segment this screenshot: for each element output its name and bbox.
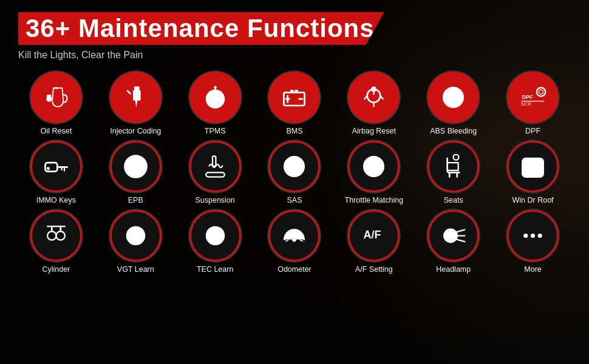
icon-circle-abs-bleeding xyxy=(427,72,479,123)
function-label-epb: EPB xyxy=(128,196,143,205)
function-item-af-setting[interactable]: A/F A/F Setting xyxy=(336,210,412,274)
svg-point-73 xyxy=(531,234,535,238)
function-item-abs-bleeding[interactable]: ABS Bleeding xyxy=(415,72,491,136)
svg-text:SCR: SCR xyxy=(521,101,531,107)
function-label-throttle-matching: Throttle Matching xyxy=(345,196,404,205)
function-label-headlamp: Headlamp xyxy=(436,265,471,274)
function-item-injector-coding[interactable]: Injector Coding xyxy=(98,72,174,136)
svg-rect-3 xyxy=(133,90,141,101)
icon-circle-tec-learn: TEC xyxy=(189,210,241,261)
function-item-oil-reset[interactable]: Oil Reset xyxy=(18,72,94,136)
function-item-tpms[interactable]: TPMS xyxy=(177,72,253,136)
title-badge: 36+ Maintenance Functions xyxy=(18,12,384,45)
function-item-cylinder[interactable]: Cylinder xyxy=(18,210,94,274)
icon-circle-immo-keys xyxy=(30,141,82,192)
function-item-tec-learn[interactable]: TEC TEC Learn xyxy=(177,210,253,274)
function-item-immo-keys[interactable]: IMMO Keys xyxy=(18,141,94,205)
svg-rect-2 xyxy=(134,87,140,90)
function-item-throttle-matching[interactable]: Throttle Matching xyxy=(336,141,412,205)
function-label-airbag-reset: Airbag Reset xyxy=(352,127,396,136)
svg-text:P: P xyxy=(131,160,139,174)
function-label-injector-coding: Injector Coding xyxy=(110,127,161,136)
function-item-headlamp[interactable]: Headlamp xyxy=(415,210,491,274)
icon-circle-win-dr-roof xyxy=(507,141,559,192)
icon-circle-af-setting: A/F xyxy=(348,210,400,261)
icon-circle-oil-reset xyxy=(30,72,82,123)
function-item-more[interactable]: More xyxy=(495,210,571,274)
function-label-seats: Seats xyxy=(444,196,463,205)
icon-circle-cylinder xyxy=(30,210,82,261)
function-label-af-setting: A/F Setting xyxy=(355,265,393,274)
icon-circle-injector-coding xyxy=(110,72,162,123)
svg-point-15 xyxy=(371,87,376,92)
function-item-win-dr-roof[interactable]: Win Dr Roof xyxy=(495,141,571,205)
icon-circle-airbag-reset xyxy=(348,72,400,123)
function-label-dpf: DPF xyxy=(525,127,540,136)
functions-grid: Oil Reset Injector Coding TPMS BMS Airba… xyxy=(18,72,571,274)
svg-line-69 xyxy=(457,230,465,232)
function-label-sas: SAS xyxy=(287,196,302,205)
svg-line-64 xyxy=(286,240,288,241)
svg-point-53 xyxy=(56,231,64,240)
svg-rect-10 xyxy=(295,90,298,93)
function-item-odometer[interactable]: Odometer xyxy=(257,210,333,274)
icon-circle-sas xyxy=(268,141,320,192)
svg-point-52 xyxy=(47,231,56,240)
function-label-more: More xyxy=(524,265,541,274)
function-item-epb[interactable]: P EPB xyxy=(98,141,174,205)
function-label-odometer: Odometer xyxy=(277,265,312,274)
svg-point-72 xyxy=(523,234,528,238)
function-item-dpf[interactable]: DPF SCR DPF xyxy=(495,72,571,136)
svg-point-29 xyxy=(539,90,543,94)
function-item-airbag-reset[interactable]: Airbag Reset xyxy=(336,72,412,136)
svg-line-4 xyxy=(128,91,131,94)
subtitle: Kill the Lights, Clear the Pain xyxy=(18,50,571,61)
icon-circle-epb: P xyxy=(110,141,162,192)
icon-circle-seats xyxy=(427,141,479,192)
function-item-bms[interactable]: BMS xyxy=(257,72,333,136)
function-item-vgt-learn[interactable]: VGT Learn xyxy=(98,210,174,274)
function-label-cylinder: Cylinder xyxy=(42,265,70,274)
svg-rect-9 xyxy=(291,90,294,93)
function-label-oil-reset: Oil Reset xyxy=(41,127,72,136)
icon-circle-more xyxy=(507,210,559,261)
function-label-bms: BMS xyxy=(286,127,302,136)
icon-circle-headlamp xyxy=(427,210,479,261)
svg-rect-37 xyxy=(213,157,216,166)
function-label-immo-keys: IMMO Keys xyxy=(36,196,76,205)
svg-text:A/F: A/F xyxy=(364,229,381,241)
function-label-tec-learn: TEC Learn xyxy=(197,265,233,274)
function-label-tpms: TPMS xyxy=(205,127,226,136)
icon-circle-bms xyxy=(268,72,320,123)
svg-rect-1 xyxy=(47,95,51,99)
icon-circle-throttle-matching xyxy=(348,141,400,192)
svg-rect-31 xyxy=(47,167,50,170)
svg-line-65 xyxy=(301,240,303,241)
svg-point-58 xyxy=(132,232,139,239)
svg-point-48 xyxy=(454,155,459,160)
icon-circle-odometer xyxy=(268,210,320,261)
function-label-abs-bleeding: ABS Bleeding xyxy=(430,127,477,136)
svg-text:TEC: TEC xyxy=(212,234,222,240)
function-label-win-dr-roof: Win Dr Roof xyxy=(512,196,554,205)
svg-rect-30 xyxy=(45,163,57,171)
function-item-suspension[interactable]: Suspension xyxy=(177,141,253,205)
svg-line-71 xyxy=(457,240,465,242)
icon-circle-vgt-learn xyxy=(110,210,162,261)
svg-point-74 xyxy=(538,234,542,238)
icon-circle-suspension xyxy=(189,141,241,192)
svg-point-21 xyxy=(448,92,459,103)
function-item-seats[interactable]: Seats xyxy=(415,141,491,205)
svg-text:DPF: DPF xyxy=(522,94,534,100)
function-label-suspension: Suspension xyxy=(195,196,234,205)
function-item-sas[interactable]: SAS xyxy=(257,141,333,205)
icon-circle-dpf: DPF SCR xyxy=(507,72,559,123)
function-label-vgt-learn: VGT Learn xyxy=(117,265,154,274)
svg-point-68 xyxy=(448,233,454,238)
svg-rect-38 xyxy=(206,173,225,177)
header-section: 36+ Maintenance Functions Kill the Light… xyxy=(18,12,571,61)
icon-circle-tpms xyxy=(189,72,241,123)
svg-point-28 xyxy=(537,87,545,96)
main-title: 36+ Maintenance Functions xyxy=(26,14,375,42)
